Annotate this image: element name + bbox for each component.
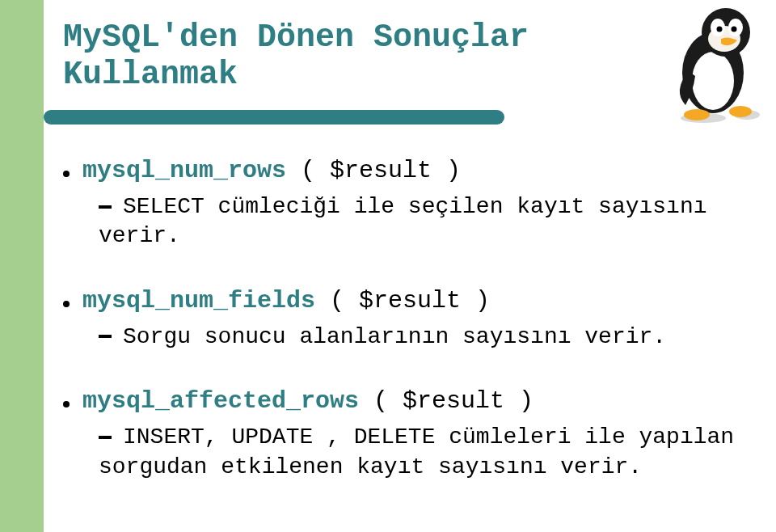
title-underline <box>44 110 504 125</box>
code-function: mysql_num_fields <box>82 287 315 315</box>
left-accent-band <box>0 0 44 532</box>
sub-bullet: Sorgu sonucu alanlarının sayısını verir. <box>99 323 752 352</box>
sub-bullet-text: INSERT, UPDATE , DELETE cümleleri ile ya… <box>99 424 734 479</box>
code-function: mysql_affected_rows <box>82 387 359 415</box>
sub-bullet: SELECT cümleciği ile seçilen kayıt sayıs… <box>99 192 752 251</box>
sub-bullet: INSERT, UPDATE , DELETE cümleleri ile ya… <box>99 423 752 482</box>
bullet-item: mysql_num_fields ( $result ) <box>63 287 752 315</box>
bullet-item: mysql_num_rows ( $result ) <box>63 157 752 184</box>
bullet-dot-icon <box>63 401 70 407</box>
dash-icon <box>99 436 112 439</box>
code-function: mysql_num_rows <box>82 157 286 184</box>
title-line-1: MySQL'den Dönen Sonuçlar <box>63 19 529 56</box>
bullet-dot-icon <box>63 171 70 177</box>
sub-bullet-text: SELECT cümleciği ile seçilen kayıt sayıs… <box>99 194 707 248</box>
dash-icon <box>99 205 112 209</box>
code-args: ( $result ) <box>286 157 461 184</box>
slide: MySQL'den Dönen Sonuçlar Kullanmak mysql… <box>0 0 776 532</box>
title-underline-wrap <box>63 110 752 129</box>
content-area: MySQL'den Dönen Sonuçlar Kullanmak mysql… <box>63 19 752 482</box>
code-args: ( $result ) <box>359 387 534 415</box>
sub-bullet-text: Sorgu sonucu alanlarının sayısını verir. <box>123 324 666 349</box>
slide-title: MySQL'den Dönen Sonuçlar Kullanmak <box>63 19 752 94</box>
code-args: ( $result ) <box>315 287 490 315</box>
bullet-item: mysql_affected_rows ( $result ) <box>63 387 752 415</box>
bullet-dot-icon <box>63 301 70 307</box>
title-line-2: Kullanmak <box>63 57 238 93</box>
dash-icon <box>99 335 112 338</box>
